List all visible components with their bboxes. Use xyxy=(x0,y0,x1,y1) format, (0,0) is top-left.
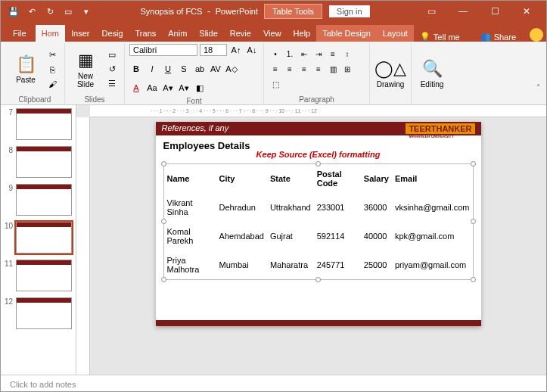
bold-button[interactable]: B xyxy=(129,62,143,76)
thumbnail-slide-9[interactable]: 9 xyxy=(4,184,73,216)
ribbon-options-icon[interactable]: ▭ xyxy=(416,2,446,20)
slide-ref-text: References, if any xyxy=(162,123,229,134)
grow-font-icon[interactable]: A↑ xyxy=(229,43,243,57)
align-right-icon[interactable]: ≡ xyxy=(297,63,311,76)
copy-icon[interactable]: ⎘ xyxy=(45,63,60,76)
table-row[interactable]: Komal ParekhAhemdabadGujrat59211440000kp… xyxy=(164,222,473,250)
slide-canvas[interactable]: References, if any TEERTHANKERMAHAVEER U… xyxy=(156,122,481,326)
maximize-icon[interactable]: ☐ xyxy=(480,2,510,20)
table-row[interactable]: Vikrant SinhaDehradunUttrakhand233001360… xyxy=(164,193,473,222)
table-header[interactable]: Salary xyxy=(361,164,392,193)
share-button[interactable]: 👥Share xyxy=(473,32,524,42)
columns-icon[interactable]: ▥ xyxy=(326,63,340,76)
horizontal-ruler: · · · 1 · · · 2 · · · 3 · · · 4 · · · 5 … xyxy=(90,105,546,117)
tab-transitions[interactable]: Trans xyxy=(129,25,163,42)
shrink-font-icon[interactable]: A↓ xyxy=(245,43,259,57)
font-color2-icon[interactable]: A▾ xyxy=(177,81,191,95)
thumbnail-slide-12[interactable]: 12 xyxy=(4,297,73,329)
minimize-icon[interactable]: — xyxy=(448,2,478,20)
group-label-slides: Slides xyxy=(70,95,120,105)
drawing-button[interactable]: ◯△Drawing xyxy=(375,58,406,90)
notes-pane[interactable]: Click to add notes xyxy=(1,375,546,392)
tab-home[interactable]: Hom xyxy=(36,25,65,42)
reset-icon[interactable]: ↺ xyxy=(104,63,120,76)
eraser-icon[interactable]: ◧ xyxy=(193,81,207,95)
change-case-icon[interactable]: Aa xyxy=(145,81,159,95)
table-header[interactable]: City xyxy=(216,164,267,193)
shadow-button[interactable]: S xyxy=(177,62,191,76)
indent-dec-icon[interactable]: ⇤ xyxy=(297,48,311,61)
tab-design[interactable]: Desig xyxy=(95,25,129,42)
layout-icon[interactable]: ▭ xyxy=(104,48,120,62)
highlight-icon[interactable]: A▾ xyxy=(161,81,175,95)
font-name-select[interactable]: Calibri xyxy=(129,44,197,56)
table-header[interactable]: Email xyxy=(392,164,473,193)
cut-icon[interactable]: ✂ xyxy=(45,48,60,62)
spacing-icon[interactable]: AV xyxy=(209,62,222,76)
tell-me-search[interactable]: 💡Tell me xyxy=(414,32,466,42)
line-spacing-icon[interactable]: ≡ xyxy=(326,48,340,61)
sign-in-button[interactable]: Sign in xyxy=(328,5,371,18)
underline-button[interactable]: U xyxy=(161,62,175,76)
undo-icon[interactable]: ↶ xyxy=(23,3,40,20)
start-slideshow-icon[interactable]: ▭ xyxy=(60,3,76,20)
tab-file[interactable]: File xyxy=(4,25,36,42)
tab-slideshow[interactable]: Slide xyxy=(193,25,223,42)
numbering-icon[interactable]: 1. xyxy=(283,48,297,61)
tab-animations[interactable]: Anim xyxy=(162,25,193,42)
quick-access-toolbar: 💾 ↶ ↻ ▭ ▾ xyxy=(5,3,95,20)
table-object[interactable]: NameCityStatePostal CodeSalaryEmailVikra… xyxy=(163,163,474,280)
lightbulb-icon: 💡 xyxy=(420,32,430,42)
align-left-icon[interactable]: ≡ xyxy=(269,63,282,76)
font-color-icon[interactable]: A xyxy=(129,81,143,95)
editing-button[interactable]: 🔍Editing xyxy=(416,58,448,90)
collapse-ribbon-icon[interactable]: ˄ xyxy=(536,83,545,92)
vertical-ruler xyxy=(76,117,90,375)
clipboard-icon: 📋 xyxy=(16,54,36,74)
italic-button[interactable]: I xyxy=(145,62,159,76)
table-row[interactable]: Priya MalhotraMumbaiMaharatra24577125000… xyxy=(164,250,473,279)
contextual-tab-table-tools[interactable]: Table Tools xyxy=(264,4,322,19)
convert-smartart-icon[interactable]: ⬚ xyxy=(269,78,282,92)
table-header[interactable]: State xyxy=(267,164,314,193)
paste-button[interactable]: 📋Paste xyxy=(10,53,42,86)
table-header[interactable]: Name xyxy=(164,164,216,193)
slide-thumbnails-panel[interactable]: 789101112 xyxy=(1,105,76,375)
document-title: Synopsis of FCS - PowerPoint xyxy=(140,6,258,17)
tab-help[interactable]: Help xyxy=(287,25,317,42)
new-slide-icon: ▦ xyxy=(78,51,94,70)
new-slide-button[interactable]: ▦New Slide xyxy=(70,49,101,90)
thumbnail-slide-10[interactable]: 10 xyxy=(4,222,73,254)
text-direction-icon[interactable]: ↕ xyxy=(340,48,354,61)
align-text-icon[interactable]: ⊞ xyxy=(340,63,354,76)
tab-review[interactable]: Revie xyxy=(224,25,257,42)
strikethrough-button[interactable]: ab xyxy=(193,62,207,76)
justify-icon[interactable]: ≡ xyxy=(312,63,325,76)
tab-insert[interactable]: Inser xyxy=(65,25,95,42)
font-size-select[interactable]: 18 xyxy=(200,44,227,56)
redo-icon[interactable]: ↻ xyxy=(42,3,58,20)
format-painter-icon[interactable]: 🖌 xyxy=(45,77,60,91)
save-icon[interactable]: 💾 xyxy=(5,3,22,20)
share-icon: 👥 xyxy=(480,32,491,42)
slide-editor: · · · 1 · · · 2 · · · 3 · · · 4 · · · 5 … xyxy=(76,105,546,375)
group-label-paragraph: Paragraph xyxy=(269,95,365,105)
university-logo: TEERTHANKERMAHAVEER UNIVERSITY xyxy=(406,123,474,134)
thumbnail-slide-8[interactable]: 8 xyxy=(4,146,73,178)
tab-view[interactable]: View xyxy=(257,25,287,42)
thumbnail-slide-7[interactable]: 7 xyxy=(4,108,73,140)
close-icon[interactable]: ✕ xyxy=(511,2,542,20)
table-header[interactable]: Postal Code xyxy=(314,164,361,193)
qat-more-icon[interactable]: ▾ xyxy=(78,3,95,20)
ribbon-tabs: File Hom Inser Desig Trans Anim Slide Re… xyxy=(1,22,546,42)
align-center-icon[interactable]: ≡ xyxy=(283,63,297,76)
feedback-icon[interactable] xyxy=(530,28,543,42)
thumbnail-slide-11[interactable]: 11 xyxy=(4,260,73,291)
indent-inc-icon[interactable]: ⇥ xyxy=(312,48,325,61)
find-icon: 🔍 xyxy=(422,59,443,79)
section-icon[interactable]: ☰ xyxy=(104,77,120,91)
tab-table-design[interactable]: Table Design xyxy=(316,25,377,42)
bullets-icon[interactable]: • xyxy=(269,48,282,61)
tab-layout[interactable]: Layout xyxy=(377,25,414,42)
clear-format-icon[interactable]: A◇ xyxy=(225,62,238,76)
